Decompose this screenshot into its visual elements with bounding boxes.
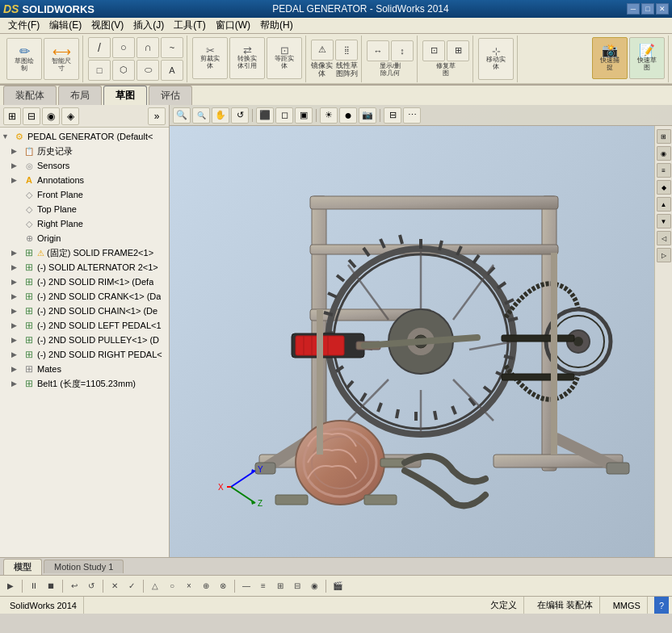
right-panel-btn-5[interactable]: ▲ xyxy=(657,197,671,212)
menu-insert[interactable]: 插入(J) xyxy=(128,17,169,34)
toolbar-repair1-button[interactable]: ⊡ xyxy=(422,40,445,61)
right-panel-btn-4[interactable]: ◆ xyxy=(657,180,671,195)
tree-item-pulley[interactable]: ▶ ⊞ (-) 2ND SOLID PULLEY<1> (D xyxy=(0,333,169,347)
sidebar-btn-1[interactable]: ⊞ xyxy=(3,107,21,125)
tree-item-rim[interactable]: ▶ ⊞ (-) 2ND SOLID RIM<1> (Defa xyxy=(0,275,169,289)
bottom-ok-button[interactable]: ✓ xyxy=(124,579,139,593)
right-panel-btn-2[interactable]: ◉ xyxy=(657,146,671,161)
toolbar-smart-dimension-button[interactable]: ⟷ 智能尺寸 xyxy=(44,38,79,80)
bottom-pause-button[interactable]: ⏸ xyxy=(27,579,41,593)
toolbar-polygon-button[interactable]: ⬡ xyxy=(112,60,135,81)
bottom-minus-button[interactable]: ⊟ xyxy=(290,579,304,593)
viewport-zoom-out-button[interactable]: 🔍 xyxy=(192,107,210,124)
viewport-shaded-button[interactable]: ⬛ xyxy=(256,107,274,124)
tree-item-right-pedal[interactable]: ▶ ⊞ (-) 2ND SOLID RIGHT PEDAL< xyxy=(0,347,169,362)
tree-item-sensors[interactable]: ▶ ◎ Sensors xyxy=(0,158,169,173)
right-panel-btn-3[interactable]: ≡ xyxy=(657,163,671,178)
right-panel-btn-7[interactable]: ◁ xyxy=(657,231,671,245)
toolbar-display1-button[interactable]: ↔ xyxy=(367,40,389,61)
viewport-pan-button[interactable]: ✋ xyxy=(212,107,229,124)
status-help[interactable]: ? xyxy=(654,597,669,614)
bottom-grid-button[interactable]: ⊞ xyxy=(273,579,288,593)
bottom-stop-button[interactable]: ⏹ xyxy=(44,579,58,593)
bottom-lines-button[interactable]: ≡ xyxy=(256,579,271,593)
viewport-more-button[interactable]: ⋯ xyxy=(403,107,421,124)
toolbar-circle-button[interactable]: ○ xyxy=(112,37,135,58)
sidebar-btn-4[interactable]: ◈ xyxy=(61,107,79,125)
bottom-cross2-button[interactable]: ⊗ xyxy=(216,579,230,593)
tree-item-top-plane[interactable]: ◇ Top Plane xyxy=(0,202,169,216)
right-panel-btn-8[interactable]: ▷ xyxy=(657,248,671,262)
menu-edit[interactable]: 编辑(E) xyxy=(44,17,86,34)
toolbar-text-button[interactable]: A xyxy=(161,60,183,81)
toolbar-offset-button[interactable]: ⊡ 等距实体 xyxy=(267,37,302,79)
bottom-tab-motion-study[interactable]: Motion Study 1 xyxy=(44,560,124,573)
tree-item-front-plane[interactable]: ◇ Front Plane xyxy=(0,187,169,202)
viewport-lights-button[interactable]: ☀ xyxy=(320,107,338,124)
bottom-circle-button[interactable]: ○ xyxy=(165,579,179,593)
toolbar-quick-sketch-button[interactable]: 📝 快速草图 xyxy=(629,37,665,79)
viewport-zoom-in-button[interactable]: 🔍 xyxy=(173,107,191,124)
tree-item-alternator[interactable]: ▶ ⊞ (-) SOLID ALTERNATOR 2<1> xyxy=(0,260,169,275)
toolbar-sketch-button[interactable]: ✏ 草图绘制 xyxy=(6,38,42,80)
tree-item-origin[interactable]: ⊕ Origin xyxy=(0,231,169,245)
tab-evaluate[interactable]: 评估 xyxy=(149,86,192,105)
viewport-rotate-button[interactable]: ↺ xyxy=(231,107,249,124)
menu-window[interactable]: 窗口(W) xyxy=(211,17,255,34)
toolbar-trim-button[interactable]: ✂ 剪裁实体 xyxy=(192,37,228,79)
tree-item-history[interactable]: ▶ 📋 历史记录 xyxy=(0,144,169,158)
bottom-cross-button[interactable]: × xyxy=(182,579,196,593)
bottom-cancel-button[interactable]: ✕ xyxy=(107,579,122,593)
tree-item-chain[interactable]: ▶ ⊞ (-) 2ND SOLID CHAIN<1> (De xyxy=(0,304,169,318)
tree-item-crank[interactable]: ▶ ⊞ (-) 2ND SOLID CRANK<1> (Da xyxy=(0,289,169,304)
bottom-camera-button[interactable]: 🎬 xyxy=(330,579,345,593)
toolbar-ellipse-button[interactable]: ⬭ xyxy=(136,60,159,81)
bottom-tab-model[interactable]: 模型 xyxy=(3,559,42,575)
toolbar-quick-capture-button[interactable]: 📸 快速捕捉 xyxy=(592,37,628,79)
sidebar-btn-2[interactable]: ⊟ xyxy=(23,107,40,125)
menu-file[interactable]: 文件(F) xyxy=(3,17,44,34)
toolbar-spline-button[interactable]: ~ xyxy=(161,37,183,58)
right-panel-btn-1[interactable]: ⊞ xyxy=(657,129,671,144)
tab-assembly[interactable]: 装配体 xyxy=(3,86,57,105)
tree-item-left-pedal[interactable]: ▶ ⊞ (-) 2ND SOLID LEFT PEDAL<1 xyxy=(0,318,169,333)
tree-item-right-plane[interactable]: ◇ Right Plane xyxy=(0,216,169,231)
bottom-radio-button[interactable]: ◉ xyxy=(307,579,321,593)
viewport-scene-button[interactable]: ● xyxy=(339,107,357,124)
viewport-camera-button[interactable]: 📷 xyxy=(359,107,376,124)
toolbar-mirror-button[interactable]: ⚠ xyxy=(311,40,334,61)
tab-sketch[interactable]: 草图 xyxy=(103,86,147,105)
right-panel-btn-6[interactable]: ▼ xyxy=(657,214,671,228)
toolbar-move-button[interactable]: ⊹ 移动实体 xyxy=(478,38,514,80)
toolbar-repair2-button[interactable]: ⊞ xyxy=(447,40,469,61)
tree-item-mates[interactable]: ▶ ⊞ Mates xyxy=(0,362,169,376)
maximize-button[interactable]: □ xyxy=(641,3,654,15)
toolbar-arc-button[interactable]: ∩ xyxy=(136,37,159,58)
menu-view[interactable]: 视图(V) xyxy=(86,17,128,34)
tab-layout[interactable]: 布局 xyxy=(58,86,102,105)
tree-item-belt[interactable]: ▶ ⊞ Belt1 (长度=1105.23mm) xyxy=(0,376,169,391)
toolbar-rect-button[interactable]: □ xyxy=(88,60,111,81)
tree-item-annotations[interactable]: ▶ A Annotations xyxy=(0,173,169,187)
bottom-plus-button[interactable]: ⊕ xyxy=(199,579,213,593)
menu-help[interactable]: 帮助(H) xyxy=(255,17,298,34)
bottom-redo-button[interactable]: ↺ xyxy=(84,579,99,593)
viewport-hidden-button[interactable]: ▣ xyxy=(295,107,313,124)
bottom-undo-button[interactable]: ↩ xyxy=(67,579,82,593)
menu-tools[interactable]: 工具(T) xyxy=(169,17,210,34)
toolbar-convert-button[interactable]: ⇄ 转换实体引用 xyxy=(229,37,265,79)
tree-item-root[interactable]: ▼ ⚙ PEDAL GENERATOR (Default< xyxy=(0,129,169,144)
close-button[interactable]: ✕ xyxy=(656,3,669,15)
bottom-dash-button[interactable]: — xyxy=(239,579,254,593)
sidebar-btn-3[interactable]: ◉ xyxy=(42,107,60,125)
toolbar-display2-button[interactable]: ↕ xyxy=(391,40,414,61)
toolbar-line-button[interactable]: / xyxy=(88,37,111,58)
bottom-play-button[interactable]: ▶ xyxy=(3,579,18,593)
tree-item-solid-frame[interactable]: ▶ ⊞ ⚠ (固定) SOLID FRAME2<1> xyxy=(0,245,169,260)
viewport-wireframe-button[interactable]: ◻ xyxy=(275,107,293,124)
minimize-button[interactable]: ─ xyxy=(627,3,640,15)
sidebar-expand-button[interactable]: » xyxy=(148,107,166,125)
toolbar-linear-array-button[interactable]: ⣿ xyxy=(335,40,358,61)
bottom-triangle-button[interactable]: △ xyxy=(148,579,162,593)
viewport-section-button[interactable]: ⊟ xyxy=(384,107,401,124)
